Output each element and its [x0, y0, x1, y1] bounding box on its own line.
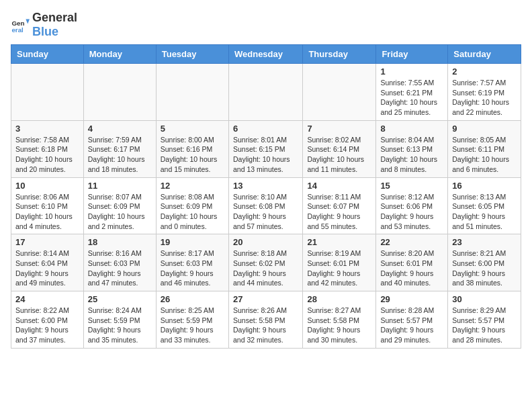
day-number: 18 — [88, 237, 152, 247]
calendar-cell: 25Sunrise: 8:24 AMSunset: 5:59 PMDayligh… — [83, 291, 156, 349]
day-info: Sunrise: 8:14 AMSunset: 6:04 PMDaylight:… — [15, 248, 79, 288]
day-info: Sunrise: 8:18 AMSunset: 6:02 PMDaylight:… — [233, 248, 298, 288]
day-info: Sunrise: 8:16 AMSunset: 6:03 PMDaylight:… — [88, 248, 152, 288]
day-number: 20 — [233, 237, 298, 247]
day-number: 21 — [307, 237, 371, 247]
day-number: 22 — [380, 237, 443, 247]
calendar-week-row: 17Sunrise: 8:14 AMSunset: 6:04 PMDayligh… — [11, 234, 521, 291]
calendar-cell: 30Sunrise: 8:29 AMSunset: 5:57 PMDayligh… — [448, 291, 521, 349]
day-of-week-header: Friday — [376, 45, 448, 64]
day-info: Sunrise: 8:20 AMSunset: 6:01 PMDaylight:… — [380, 248, 443, 288]
day-number: 5 — [161, 124, 224, 134]
calendar-cell: 9Sunrise: 8:05 AMSunset: 6:11 PMDaylight… — [448, 120, 521, 177]
day-info: Sunrise: 8:07 AMSunset: 6:09 PMDaylight:… — [88, 192, 152, 232]
calendar-cell: 20Sunrise: 8:18 AMSunset: 6:02 PMDayligh… — [228, 234, 302, 291]
calendar-cell: 2Sunrise: 7:57 AMSunset: 6:19 PMDaylight… — [448, 64, 521, 121]
calendar-cell: 5Sunrise: 8:00 AMSunset: 6:16 PMDaylight… — [156, 120, 228, 177]
day-info: Sunrise: 8:17 AMSunset: 6:03 PMDaylight:… — [161, 248, 224, 288]
calendar-cell: 12Sunrise: 8:08 AMSunset: 6:09 PMDayligh… — [156, 177, 228, 234]
day-number: 8 — [380, 124, 443, 134]
day-of-week-header: Thursday — [303, 45, 376, 64]
calendar-cell — [303, 64, 376, 121]
day-info: Sunrise: 8:21 AMSunset: 6:00 PMDaylight:… — [452, 248, 517, 288]
calendar-week-row: 10Sunrise: 8:06 AMSunset: 6:10 PMDayligh… — [11, 177, 521, 234]
day-of-week-header: Wednesday — [228, 45, 302, 64]
day-number: 17 — [15, 237, 79, 247]
day-number: 15 — [380, 181, 443, 191]
day-number: 2 — [452, 66, 517, 77]
calendar-cell: 6Sunrise: 8:01 AMSunset: 6:15 PMDaylight… — [228, 120, 302, 177]
day-number: 4 — [88, 124, 152, 134]
day-info: Sunrise: 7:59 AMSunset: 6:17 PMDaylight:… — [88, 135, 152, 175]
day-number: 19 — [161, 237, 224, 247]
day-header-row: SundayMondayTuesdayWednesdayThursdayFrid… — [11, 45, 521, 64]
calendar-cell: 24Sunrise: 8:22 AMSunset: 6:00 PMDayligh… — [11, 291, 84, 349]
day-number: 14 — [307, 181, 371, 191]
logo-general: General — [32, 11, 77, 24]
calendar-cell: 4Sunrise: 7:59 AMSunset: 6:17 PMDaylight… — [83, 120, 156, 177]
day-of-week-header: Saturday — [448, 45, 521, 64]
day-number: 25 — [88, 294, 152, 304]
calendar-cell: 8Sunrise: 8:04 AMSunset: 6:13 PMDaylight… — [376, 120, 448, 177]
calendar-cell: 26Sunrise: 8:25 AMSunset: 5:59 PMDayligh… — [156, 291, 228, 349]
day-info: Sunrise: 8:22 AMSunset: 6:00 PMDaylight:… — [15, 306, 79, 345]
day-info: Sunrise: 7:55 AMSunset: 6:21 PMDaylight:… — [380, 78, 443, 118]
day-info: Sunrise: 7:58 AMSunset: 6:18 PMDaylight:… — [15, 135, 79, 175]
calendar-cell: 18Sunrise: 8:16 AMSunset: 6:03 PMDayligh… — [83, 234, 156, 291]
day-number: 23 — [452, 237, 517, 247]
calendar-cell: 7Sunrise: 8:02 AMSunset: 6:14 PMDaylight… — [303, 120, 376, 177]
day-info: Sunrise: 8:08 AMSunset: 6:09 PMDaylight:… — [161, 192, 224, 232]
calendar-cell: 15Sunrise: 8:12 AMSunset: 6:06 PMDayligh… — [376, 177, 448, 234]
calendar-cell: 23Sunrise: 8:21 AMSunset: 6:00 PMDayligh… — [448, 234, 521, 291]
day-of-week-header: Sunday — [11, 45, 84, 64]
day-number: 12 — [161, 181, 224, 191]
calendar-cell — [228, 64, 302, 121]
calendar-cell: 14Sunrise: 8:11 AMSunset: 6:07 PMDayligh… — [303, 177, 376, 234]
day-number: 9 — [452, 124, 517, 134]
svg-marker-2 — [26, 19, 30, 24]
day-number: 16 — [452, 181, 517, 191]
day-info: Sunrise: 8:29 AMSunset: 5:57 PMDaylight:… — [452, 306, 517, 345]
day-number: 27 — [233, 294, 298, 304]
day-info: Sunrise: 8:28 AMSunset: 5:57 PMDaylight:… — [380, 306, 443, 345]
day-number: 6 — [233, 124, 298, 134]
day-info: Sunrise: 8:06 AMSunset: 6:10 PMDaylight:… — [15, 192, 79, 232]
day-info: Sunrise: 8:24 AMSunset: 5:59 PMDaylight:… — [88, 306, 152, 345]
day-number: 13 — [233, 181, 298, 191]
calendar: SundayMondayTuesdayWednesdayThursdayFrid… — [11, 44, 521, 349]
calendar-cell: 3Sunrise: 7:58 AMSunset: 6:18 PMDaylight… — [11, 120, 84, 177]
calendar-cell: 27Sunrise: 8:26 AMSunset: 5:58 PMDayligh… — [228, 291, 302, 349]
calendar-cell — [156, 64, 228, 121]
day-info: Sunrise: 8:04 AMSunset: 6:13 PMDaylight:… — [380, 135, 443, 175]
calendar-cell: 29Sunrise: 8:28 AMSunset: 5:57 PMDayligh… — [376, 291, 448, 349]
calendar-cell: 19Sunrise: 8:17 AMSunset: 6:03 PMDayligh… — [156, 234, 228, 291]
calendar-cell: 13Sunrise: 8:10 AMSunset: 6:08 PMDayligh… — [228, 177, 302, 234]
day-info: Sunrise: 7:57 AMSunset: 6:19 PMDaylight:… — [452, 78, 517, 118]
day-info: Sunrise: 8:27 AMSunset: 5:58 PMDaylight:… — [307, 306, 371, 345]
day-number: 3 — [15, 124, 79, 134]
calendar-cell: 28Sunrise: 8:27 AMSunset: 5:58 PMDayligh… — [303, 291, 376, 349]
day-info: Sunrise: 8:01 AMSunset: 6:15 PMDaylight:… — [233, 135, 298, 175]
day-info: Sunrise: 8:11 AMSunset: 6:07 PMDaylight:… — [307, 192, 371, 232]
day-info: Sunrise: 8:13 AMSunset: 6:05 PMDaylight:… — [452, 192, 517, 232]
calendar-week-row: 3Sunrise: 7:58 AMSunset: 6:18 PMDaylight… — [11, 120, 521, 177]
day-info: Sunrise: 8:00 AMSunset: 6:16 PMDaylight:… — [161, 135, 224, 175]
calendar-week-row: 1Sunrise: 7:55 AMSunset: 6:21 PMDaylight… — [11, 64, 521, 121]
day-of-week-header: Monday — [83, 45, 156, 64]
calendar-cell: 16Sunrise: 8:13 AMSunset: 6:05 PMDayligh… — [448, 177, 521, 234]
day-info: Sunrise: 8:25 AMSunset: 5:59 PMDaylight:… — [161, 306, 224, 345]
day-number: 30 — [452, 294, 517, 304]
calendar-cell — [11, 64, 84, 121]
day-of-week-header: Tuesday — [156, 45, 228, 64]
day-info: Sunrise: 8:26 AMSunset: 5:58 PMDaylight:… — [233, 306, 298, 345]
calendar-week-row: 24Sunrise: 8:22 AMSunset: 6:00 PMDayligh… — [11, 291, 521, 349]
logo-icon: Gen eral — [11, 15, 30, 34]
day-number: 1 — [380, 66, 443, 77]
day-number: 29 — [380, 294, 443, 304]
calendar-cell: 10Sunrise: 8:06 AMSunset: 6:10 PMDayligh… — [11, 177, 84, 234]
day-number: 10 — [15, 181, 79, 191]
logo-blue: Blue — [32, 25, 58, 38]
day-info: Sunrise: 8:05 AMSunset: 6:11 PMDaylight:… — [452, 135, 517, 175]
day-info: Sunrise: 8:02 AMSunset: 6:14 PMDaylight:… — [307, 135, 371, 175]
day-number: 26 — [161, 294, 224, 304]
